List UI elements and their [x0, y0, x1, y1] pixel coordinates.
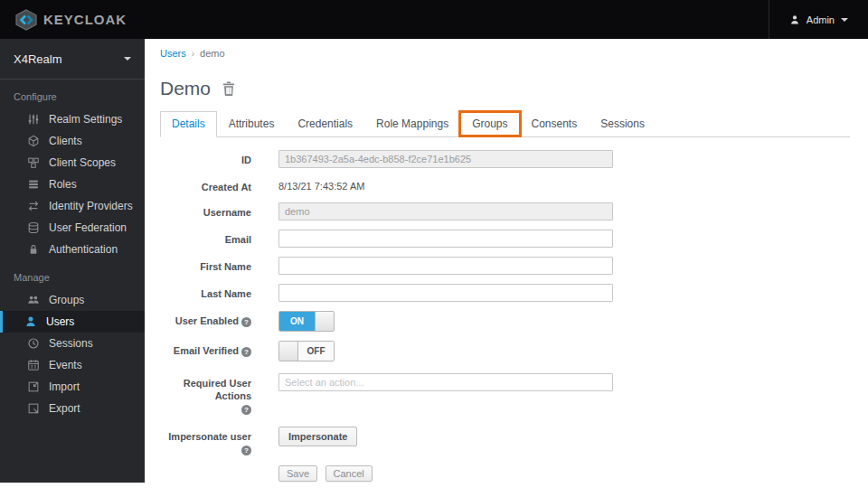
delete-user-button[interactable]: [222, 81, 235, 96]
email-field[interactable]: [278, 230, 613, 248]
sidebar-item-clients[interactable]: Clients: [0, 130, 145, 152]
tab-label: Role Mappings: [376, 117, 448, 130]
required-user-actions-label: Required User Actions?: [161, 373, 251, 415]
id-field: [278, 150, 613, 168]
sliders-icon: [27, 113, 40, 126]
clock-icon: [27, 337, 40, 350]
chevron-down-icon: [124, 57, 131, 61]
tab-label: Groups: [472, 117, 507, 130]
last-name-field[interactable]: [278, 284, 613, 302]
user-enabled-toggle[interactable]: ON: [278, 311, 335, 332]
top-navbar: KEYCLOAK Admin: [0, 0, 868, 39]
lock-icon: [27, 243, 40, 256]
help-icon[interactable]: ?: [241, 347, 251, 357]
sidebar-item-authentication[interactable]: Authentication: [0, 239, 145, 260]
user-tabs: Details Attributes Credentials Role Mapp…: [160, 111, 850, 137]
breadcrumb-current: demo: [200, 48, 225, 59]
database-icon: [27, 221, 40, 234]
realm-selector[interactable]: X4Realm: [0, 39, 145, 80]
help-icon[interactable]: ?: [241, 446, 251, 455]
admin-user-menu[interactable]: Admin: [769, 0, 868, 39]
tab-sessions[interactable]: Sessions: [589, 111, 656, 136]
tab-groups[interactable]: Groups: [460, 111, 519, 136]
tab-label: Consents: [532, 117, 578, 130]
tab-attributes[interactable]: Attributes: [217, 111, 287, 136]
actions-spacer: [161, 465, 251, 468]
sidebar-item-label: Events: [49, 359, 82, 371]
cube-icon: [27, 135, 40, 147]
sidebar: X4Realm Configure Realm Settings: [0, 39, 145, 483]
toggle-off-label: OFF: [298, 342, 334, 361]
sidebar-item-sessions[interactable]: Sessions: [0, 333, 145, 354]
cancel-button[interactable]: Cancel: [326, 465, 373, 482]
person-icon: [789, 14, 800, 25]
user-icon: [24, 315, 37, 328]
username-label: Username: [161, 202, 251, 219]
sidebar-item-realm-settings[interactable]: Realm Settings: [0, 108, 145, 130]
first-name-field[interactable]: [278, 257, 613, 275]
keycloak-logo-icon: [14, 9, 38, 31]
sidebar-item-export[interactable]: Export: [0, 398, 145, 419]
section-label-configure: Configure: [0, 80, 145, 108]
sidebar-item-user-federation[interactable]: User Federation: [0, 217, 145, 239]
toggle-handle: [315, 312, 334, 331]
username-field: [278, 202, 613, 221]
tab-label: Attributes: [229, 117, 275, 130]
sidebar-item-label: Export: [49, 402, 80, 415]
created-at-label: Created At: [161, 177, 251, 193]
sidebar-item-label: Identity Providers: [49, 200, 133, 212]
admin-label: Admin: [807, 14, 835, 25]
calendar-icon: [27, 359, 40, 371]
section-label-manage: Manage: [0, 260, 145, 289]
toggle-on-label: ON: [279, 312, 315, 331]
impersonate-button[interactable]: Impersonate: [278, 427, 357, 446]
tab-label: Credentials: [297, 117, 353, 130]
tab-role-mappings[interactable]: Role Mappings: [364, 111, 460, 136]
sidebar-item-label: User Federation: [49, 221, 127, 234]
exchange-arrows-icon: [27, 200, 40, 212]
first-name-label: First Name: [161, 257, 251, 273]
realm-name: X4Realm: [14, 52, 61, 66]
tab-details[interactable]: Details: [160, 111, 217, 137]
breadcrumb-separator: ›: [192, 49, 194, 59]
created-at-value: 8/13/21 7:43:52 AM: [278, 177, 364, 192]
export-icon: [27, 402, 40, 415]
sidebar-item-label: Import: [49, 380, 80, 393]
sidebar-item-identity-providers[interactable]: Identity Providers: [0, 195, 145, 217]
sidebar-item-import[interactable]: Import: [0, 376, 145, 398]
help-icon[interactable]: ?: [241, 405, 251, 415]
sidebar-item-client-scopes[interactable]: Client Scopes: [0, 152, 145, 174]
chevron-down-icon: [841, 18, 848, 22]
list-rows-icon: [27, 178, 40, 191]
impersonate-user-label: Impersonate user?: [161, 427, 251, 455]
save-button[interactable]: Save: [278, 465, 317, 482]
group-icon: [27, 294, 40, 306]
user-details-form: ID Created At 8/13/21 7:43:52 AM Usernam…: [145, 150, 868, 482]
tab-label: Details: [172, 117, 205, 130]
required-user-actions-select[interactable]: [278, 373, 613, 391]
email-verified-toggle[interactable]: OFF: [278, 341, 335, 361]
sidebar-item-label: Authentication: [49, 243, 118, 256]
sidebar-item-roles[interactable]: Roles: [0, 174, 145, 195]
sidebar-item-label: Roles: [49, 178, 77, 191]
tab-credentials[interactable]: Credentials: [286, 111, 364, 136]
sidebar-item-label: Clients: [49, 135, 82, 147]
breadcrumb: Users › demo: [160, 48, 868, 59]
toggle-handle: [279, 342, 298, 361]
sidebar-item-users[interactable]: Users: [0, 311, 145, 333]
sidebar-item-label: Users: [46, 315, 74, 328]
sidebar-item-groups[interactable]: Groups: [0, 289, 145, 311]
sidebar-item-label: Client Scopes: [49, 156, 116, 169]
sidebar-item-events[interactable]: Events: [0, 354, 145, 376]
breadcrumb-users-link[interactable]: Users: [160, 48, 186, 59]
tab-label: Sessions: [600, 117, 645, 130]
tab-consents[interactable]: Consents: [520, 111, 590, 136]
help-icon[interactable]: ?: [241, 317, 251, 327]
email-verified-label: Email Verified?: [161, 341, 251, 357]
keycloak-logo[interactable]: KEYCLOAK: [0, 9, 127, 31]
email-label: Email: [161, 230, 251, 246]
page-title: Demo: [160, 78, 211, 99]
last-name-label: Last Name: [161, 284, 251, 300]
sidebar-item-label: Sessions: [49, 337, 93, 350]
sidebar-item-label: Groups: [49, 294, 84, 306]
